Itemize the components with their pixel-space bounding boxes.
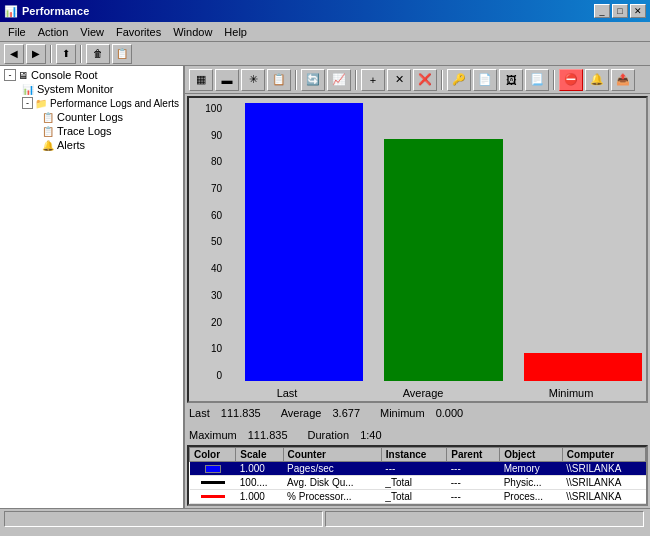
- color-swatch-blue: [205, 465, 221, 473]
- cell-parent-1: ---: [447, 462, 500, 476]
- y-label-40: 40: [191, 263, 222, 274]
- y-label-60: 60: [191, 210, 222, 221]
- col-header-scale: Scale: [236, 448, 283, 462]
- forward-button[interactable]: ▶: [26, 44, 46, 64]
- sidebar-item-trace-logs[interactable]: 📋 Trace Logs: [2, 124, 181, 138]
- sidebar-item-console-root[interactable]: - 🖥 Console Root: [2, 68, 181, 82]
- save-as-button[interactable]: 🖼: [499, 69, 523, 91]
- toolbar-separator-2: [80, 45, 82, 63]
- duration-value: 1:40: [360, 429, 381, 441]
- delete-counter-button[interactable]: ✕: [387, 69, 411, 91]
- app-icon: 📊: [4, 5, 18, 18]
- maximum-label: Maximum: [189, 429, 237, 441]
- cell-scale-1: 1.000: [236, 462, 283, 476]
- trace-logs-icon: 📋: [42, 126, 54, 137]
- col-header-instance: Instance: [381, 448, 446, 462]
- title-bar-buttons: _ □ ✕: [594, 4, 646, 18]
- minimum-label: Minimum: [380, 407, 425, 419]
- stats-bar: Last 111.835 Average 3.677 Minimum 0.000…: [185, 405, 650, 443]
- menu-window[interactable]: Window: [167, 24, 218, 40]
- cell-computer-1: \\SRILANKA: [562, 462, 645, 476]
- copy-properties-button[interactable]: 🔑: [447, 69, 471, 91]
- status-panel-right: [325, 511, 644, 527]
- counter-logs-icon: 📋: [42, 112, 54, 123]
- sidebar-item-alerts[interactable]: 🔔 Alerts: [2, 138, 181, 152]
- y-label-30: 30: [191, 290, 222, 301]
- table-row[interactable]: 1.000 % Processor... _Total --- Proces..…: [190, 490, 646, 504]
- last-value: 111.835: [221, 407, 261, 419]
- expand-console-root[interactable]: -: [4, 69, 16, 81]
- chart-plot: Last Average Minimum: [224, 98, 646, 401]
- tb2-sep-1: [295, 70, 297, 90]
- x-label-average: Average: [403, 387, 444, 399]
- menu-view[interactable]: View: [74, 24, 110, 40]
- view-report-button[interactable]: ✳: [241, 69, 265, 91]
- view-graph-button[interactable]: ▦: [189, 69, 213, 91]
- maximize-button[interactable]: □: [612, 4, 628, 18]
- back-button[interactable]: ◀: [4, 44, 24, 64]
- cell-object-3: Proces...: [500, 490, 563, 504]
- bar-green: [384, 139, 502, 381]
- menu-bar: File Action View Favorites Window Help: [0, 22, 650, 42]
- menu-action[interactable]: Action: [32, 24, 75, 40]
- freeze-display-button[interactable]: ⛔: [559, 69, 583, 91]
- sidebar-item-perf-logs[interactable]: - 📁 Performance Logs and Alerts: [2, 96, 181, 110]
- cell-instance-3: _Total: [381, 490, 446, 504]
- y-label-10: 10: [191, 343, 222, 354]
- y-label-0: 0: [191, 370, 222, 381]
- cell-counter-2: Avg. Disk Qu...: [283, 476, 381, 490]
- cell-parent-2: ---: [447, 476, 500, 490]
- content-area: ▦ ▬ ✳ 📋 🔄 📈 + ✕ ❌ 🔑 📄 🖼 📃 ⛔ 🔔 📤 100: [185, 66, 650, 508]
- cell-computer-3: \\SRILANKA: [562, 490, 645, 504]
- title-bar-title: Performance: [22, 5, 89, 17]
- y-label-90: 90: [191, 130, 222, 141]
- sidebar-item-system-monitor[interactable]: 📊 System Monitor: [2, 82, 181, 96]
- console-root-label: Console Root: [31, 69, 98, 81]
- average-label: Average: [281, 407, 322, 419]
- close-button[interactable]: ✕: [630, 4, 646, 18]
- add-counter-button[interactable]: +: [361, 69, 385, 91]
- status-bar: [0, 508, 650, 528]
- update-display-button[interactable]: 🔔: [585, 69, 609, 91]
- alerts-icon: 🔔: [42, 140, 54, 151]
- show-hide-button[interactable]: 🗑: [86, 44, 110, 64]
- color-line-black: [201, 481, 225, 484]
- properties-button[interactable]: ❌: [413, 69, 437, 91]
- average-value: 3.677: [332, 407, 360, 419]
- up-button[interactable]: ⬆: [56, 44, 76, 64]
- table-row[interactable]: 1.000 Pages/sec --- --- Memory \\SRILANK…: [190, 462, 646, 476]
- highlight-button[interactable]: 📈: [327, 69, 351, 91]
- cell-parent-3: ---: [447, 490, 500, 504]
- main-layout: - 🖥 Console Root 📊 System Monitor - 📁 Pe…: [0, 66, 650, 508]
- system-monitor-icon: 📊: [22, 84, 34, 95]
- y-label-100: 100: [191, 103, 222, 114]
- tb2-sep-4: [553, 70, 555, 90]
- view-histogram-button[interactable]: ▬: [215, 69, 239, 91]
- stat-maximum: Maximum 111.835: [189, 429, 288, 441]
- cell-scale-3: 1.000: [236, 490, 283, 504]
- log-data-button[interactable]: 📤: [611, 69, 635, 91]
- sidebar-item-counter-logs[interactable]: 📋 Counter Logs: [2, 110, 181, 124]
- paste-counter-button[interactable]: 📄: [473, 69, 497, 91]
- x-label-minimum: Minimum: [549, 387, 594, 399]
- save-settings-button[interactable]: 📃: [525, 69, 549, 91]
- table-header-row: Color Scale Counter Instance Parent Obje…: [190, 448, 646, 462]
- menu-favorites[interactable]: Favorites: [110, 24, 167, 40]
- expand-perf-logs[interactable]: -: [22, 97, 33, 109]
- menu-help[interactable]: Help: [218, 24, 253, 40]
- y-label-20: 20: [191, 317, 222, 328]
- tb2-sep-3: [441, 70, 443, 90]
- export-button[interactable]: 📋: [112, 44, 132, 64]
- cell-object-2: Physic...: [500, 476, 563, 490]
- bar-blue: [245, 103, 363, 381]
- tb2-sep-2: [355, 70, 357, 90]
- table-row[interactable]: 100.... Avg. Disk Qu... _Total --- Physi…: [190, 476, 646, 490]
- menu-file[interactable]: File: [2, 24, 32, 40]
- maximum-value: 111.835: [248, 429, 288, 441]
- y-label-80: 80: [191, 156, 222, 167]
- last-label: Last: [189, 407, 210, 419]
- clear-display-button[interactable]: 📋: [267, 69, 291, 91]
- minimize-button[interactable]: _: [594, 4, 610, 18]
- system-monitor-label: System Monitor: [37, 83, 113, 95]
- update-data-button[interactable]: 🔄: [301, 69, 325, 91]
